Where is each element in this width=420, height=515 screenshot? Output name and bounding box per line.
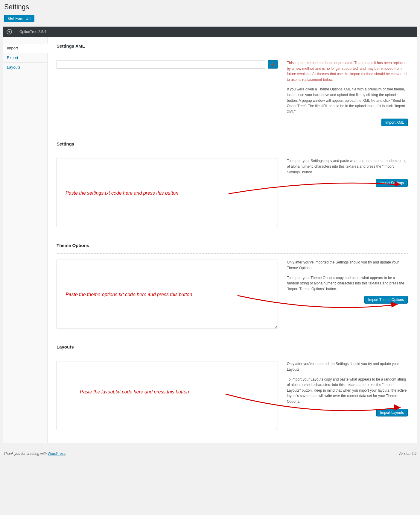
footer-credit-suffix: . <box>66 452 66 456</box>
wordpress-link[interactable]: WordPress <box>48 452 65 456</box>
settings-description: To import your Settings copy and paste w… <box>287 158 408 175</box>
section-layouts: Layouts Paste the layout.txt code here a… <box>57 344 408 431</box>
settings-textarea[interactable] <box>57 158 278 227</box>
panel-header: OptionTree 2.5.4 <box>3 27 417 37</box>
section-title: Theme Options <box>57 243 408 254</box>
theme-options-textarea[interactable] <box>57 260 278 328</box>
upload-button[interactable]: ➕ <box>268 60 278 69</box>
tabs-spacer <box>3 37 47 43</box>
section-title: Settings XML <box>57 43 408 54</box>
sidebar-tabs: Import Export Layouts <box>3 37 48 443</box>
optiontree-logo-icon <box>3 27 15 37</box>
deprecation-warning: This import method has been deprecated. … <box>287 60 408 82</box>
footer-version: Version 4.9 <box>398 452 416 456</box>
import-settings-button[interactable]: Import Settings <box>376 179 408 187</box>
settings-panel: OptionTree 2.5.4 Import Export Layouts S… <box>3 26 417 443</box>
section-theme-options: Theme Options Paste the theme-options.tx… <box>57 243 408 329</box>
xml-description: If you were given a Theme Options XML fi… <box>287 87 408 114</box>
section-title: Settings <box>57 141 408 152</box>
import-xml-button[interactable]: Import XML <box>381 119 408 126</box>
version-text: OptionTree 2.5.4 <box>15 30 46 34</box>
section-settings-xml: Settings XML ➕ This import method has <box>57 43 408 126</box>
tab-layouts[interactable]: Layouts <box>3 63 47 72</box>
footer-credit: Thank you for creating with WordPress. <box>4 452 66 456</box>
plus-icon: ➕ <box>270 62 276 67</box>
layouts-description-1: Only after you've imported the Settings … <box>287 361 408 372</box>
layouts-textarea[interactable] <box>57 361 278 430</box>
import-layouts-button[interactable]: Import Layouts <box>376 409 408 416</box>
xml-url-input[interactable] <box>57 60 265 69</box>
theme-description-2: To import your Theme Options copy and pa… <box>287 275 408 292</box>
get-form-url-button[interactable]: Get Form Url <box>4 15 34 22</box>
svg-point-1 <box>8 31 10 32</box>
tab-import[interactable]: Import <box>3 43 48 53</box>
import-theme-options-button[interactable]: Import Theme Options <box>364 296 408 304</box>
footer-credit-prefix: Thank you for creating with <box>4 452 48 456</box>
tab-export[interactable]: Export <box>3 53 47 63</box>
section-title: Layouts <box>57 344 408 355</box>
page-title: Settings <box>4 3 417 11</box>
layouts-description-2: To import your Layouts copy and paste wh… <box>287 377 408 405</box>
footer: Thank you for creating with WordPress. V… <box>0 449 420 461</box>
theme-description-1: Only after you've imported the Settings … <box>287 260 408 271</box>
panel-content: Settings XML ➕ This import method has <box>48 37 417 443</box>
section-settings: Settings Paste the settings.txt code her… <box>57 141 408 228</box>
